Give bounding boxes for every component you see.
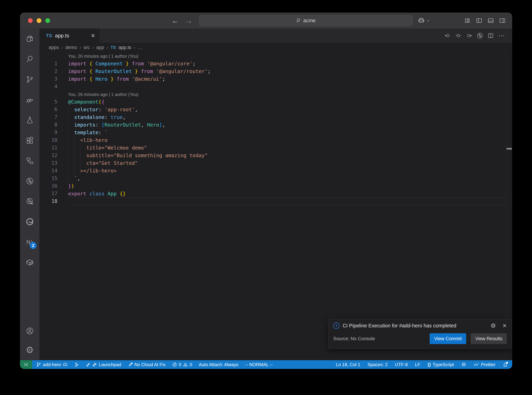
sidebar-item-edge-devtools[interactable]: [20, 212, 39, 232]
activity-bar: 2 ⚙: [20, 28, 39, 360]
breadcrumb-file[interactable]: app.ts: [118, 45, 131, 50]
gitlens-status[interactable]: [74, 362, 79, 367]
toggle-primary-sidebar-icon[interactable]: [476, 17, 482, 24]
code-line-text: standalone: true,: [68, 113, 126, 121]
navigate-forward-icon[interactable]: →: [185, 16, 193, 25]
remote-indicator[interactable]: [20, 360, 32, 369]
sidebar-item-gitlens[interactable]: [20, 171, 39, 191]
breadcrumb-item[interactable]: src: [84, 45, 90, 50]
edge-devtools-icon: [26, 218, 34, 226]
code-line-text: import { RouterOutlet } from '@angular/r…: [68, 67, 211, 75]
gear-icon: ⚙: [26, 346, 34, 355]
code-row[interactable]: 2import { RouterOutlet } from '@angular/…: [39, 67, 506, 75]
branch-name: add-hero: [43, 362, 61, 367]
commit-graph-icon[interactable]: [477, 33, 483, 39]
breadcrumb-item[interactable]: app: [96, 45, 104, 50]
gitlens-commit-icon[interactable]: [455, 33, 462, 39]
code-row[interactable]: 3import { Hero } from '@acme/ui';: [39, 75, 506, 83]
code-row[interactable]: 14 ></lib-hero>: [39, 167, 506, 175]
code-row[interactable]: 4: [39, 83, 506, 90]
breadcrumb-symbol-tail[interactable]: …: [138, 45, 142, 50]
notification-source: Source: Nx Console: [333, 336, 430, 341]
close-window-button[interactable]: [28, 18, 33, 23]
code-line-text: import { Component } from '@angular/core…: [68, 60, 195, 67]
minimize-window-button[interactable]: [37, 18, 41, 23]
code-row[interactable]: 12 subtitle="Build something amazing tod…: [39, 152, 506, 159]
code-row[interactable]: 6 selector: 'app-root',: [39, 106, 506, 113]
chevron-down-icon: ⌄: [426, 17, 430, 23]
git-blame-annotation: You, 26 minutes ago | 1 author (You): [68, 90, 139, 98]
code-row[interactable]: 1import { Component } from '@angular/cor…: [39, 60, 506, 67]
typescript-file-icon: TS: [46, 33, 52, 38]
code-row[interactable]: 8 imports: [RouterOutlet, Hero],: [39, 121, 506, 129]
indentation-status[interactable]: Spaces: 2: [367, 362, 388, 367]
blame-row[interactable]: You, 26 minutes ago | 1 author (You): [39, 52, 506, 60]
traffic-lights: [28, 18, 50, 23]
code-row[interactable]: 11 title="Welcmoe demo": [39, 144, 506, 152]
notifications-bell[interactable]: [503, 362, 508, 367]
sidebar-item-explorer[interactable]: [20, 28, 39, 49]
code-row[interactable]: 9 template: `: [39, 129, 506, 136]
sidebar-item-testing[interactable]: [20, 110, 39, 130]
eol-status[interactable]: LF: [415, 362, 420, 367]
indent-guide: [68, 152, 68, 159]
git-branch-status[interactable]: add-hero: [36, 362, 68, 367]
title-bar: ← → acme ⌄: [20, 12, 512, 28]
code-row[interactable]: 7 standalone: true,: [39, 113, 506, 121]
notification-close-icon[interactable]: ✕: [502, 323, 507, 329]
gitlens-navigate-forward-icon[interactable]: [466, 33, 472, 39]
encoding-status[interactable]: UTF-8: [395, 362, 408, 367]
breadcrumb-item[interactable]: demo: [65, 45, 77, 50]
navigate-back-icon[interactable]: ←: [172, 16, 179, 25]
sidebar-item-gitlens-inspect[interactable]: [20, 191, 39, 212]
copilot-menu[interactable]: ⌄: [418, 12, 430, 28]
view-results-button[interactable]: View Results: [471, 333, 507, 344]
sidebar-item-nx-console[interactable]: 2: [20, 232, 39, 252]
code-row[interactable]: 10 <lib-hero: [39, 136, 506, 144]
breadcrumb[interactable]: apps › demo › src › app › TS app.ts › …: [39, 43, 512, 52]
gitlens-inspect-icon: [26, 197, 34, 205]
launchpad-status[interactable]: Launchpad: [86, 362, 121, 367]
view-commit-button[interactable]: View Commit: [430, 333, 466, 344]
command-center-search[interactable]: acme: [199, 15, 413, 26]
sidebar-item-search[interactable]: [20, 49, 39, 69]
language-mode-status[interactable]: {} TypeScript: [428, 362, 454, 367]
source-control-icon: [26, 75, 34, 83]
sidebar-item-references[interactable]: [20, 151, 39, 171]
overview-ruler[interactable]: [506, 52, 512, 360]
customize-layout-icon[interactable]: [464, 17, 471, 24]
sidebar-item-source-control[interactable]: [20, 69, 39, 89]
code-editor[interactable]: You, 26 minutes ago | 1 author (You)1imp…: [39, 52, 512, 360]
auto-attach-status[interactable]: Auto Attach: Always: [199, 362, 238, 367]
cursor-position-status[interactable]: Ln 18, Col 1: [336, 362, 360, 367]
accounts-button[interactable]: [20, 321, 39, 340]
code-row[interactable]: 17export class App {}: [39, 190, 506, 198]
split-editor-icon[interactable]: [488, 33, 494, 39]
code-row[interactable]: 5@Component({: [39, 98, 506, 106]
git-blame-annotation: You, 26 minutes ago | 1 author (You): [68, 52, 139, 60]
more-actions-icon[interactable]: ⋯: [498, 32, 505, 39]
tab-app-ts[interactable]: TS app.ts ✕: [39, 28, 100, 43]
settings-button[interactable]: ⚙: [20, 340, 39, 360]
code-row[interactable]: 13 cta="Get Started": [39, 159, 506, 167]
notification-settings-icon[interactable]: ⚙: [490, 323, 496, 329]
gitlens-navigate-back-icon[interactable]: [444, 33, 451, 39]
code-row[interactable]: 15 `,: [39, 175, 506, 182]
code-row[interactable]: 16}): [39, 182, 506, 190]
sidebar-item-containers[interactable]: [20, 252, 39, 273]
toggle-panel-icon[interactable]: [488, 17, 494, 24]
vim-mode-status[interactable]: -- NORMAL --: [245, 362, 273, 367]
close-tab-icon[interactable]: ✕: [91, 33, 95, 39]
breadcrumb-item[interactable]: apps: [49, 45, 59, 50]
problems-status[interactable]: 0 0: [172, 362, 192, 367]
blame-row[interactable]: You, 26 minutes ago | 1 author (You): [39, 90, 506, 98]
sidebar-item-extensions[interactable]: [20, 130, 39, 151]
prettier-status[interactable]: ✓✓ Prettier: [473, 362, 495, 367]
sidebar-item-run-debug[interactable]: [20, 89, 39, 110]
nx-cloud-ai-fix[interactable]: Nx Cloud AI Fix: [128, 362, 166, 367]
code-row[interactable]: 18: [39, 198, 506, 205]
copilot-status[interactable]: [461, 362, 466, 367]
toggle-secondary-sidebar-icon[interactable]: [499, 17, 505, 24]
code-line-text: <lib-hero: [68, 136, 107, 144]
maximize-window-button[interactable]: [45, 18, 50, 23]
